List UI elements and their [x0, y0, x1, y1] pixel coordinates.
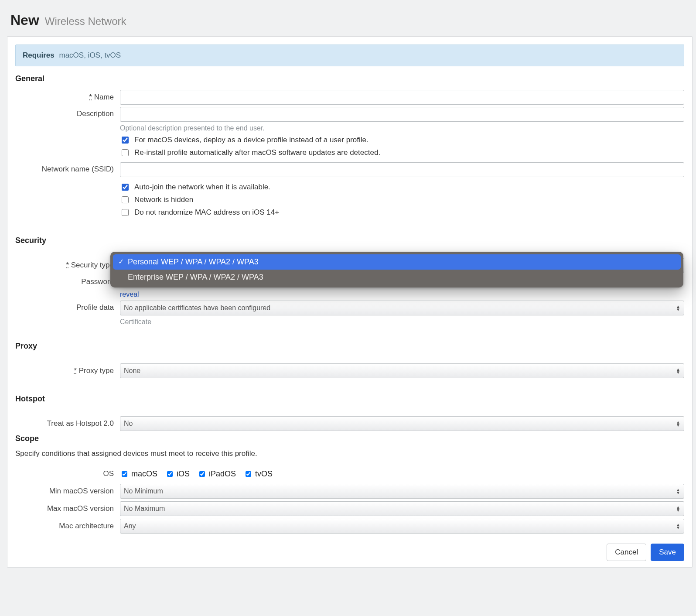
checkbox-hidden-label: Network is hidden	[134, 195, 193, 204]
page-title-strong: New	[10, 12, 39, 28]
description-hint: Optional description presented to the en…	[120, 124, 684, 132]
os-ipados-label: iPadOS	[209, 469, 236, 479]
checkbox-os-tvos[interactable]	[246, 471, 251, 477]
arch-value: Any	[124, 522, 136, 530]
profile-data-label: Profile data	[15, 301, 120, 312]
section-heading-security: Security	[15, 236, 684, 245]
checkbox-os-ipados[interactable]	[199, 471, 205, 477]
profile-data-value: No applicable certificates have been con…	[124, 304, 270, 312]
save-button[interactable]: Save	[651, 544, 684, 561]
min-macos-label: Min macOS version	[15, 487, 120, 496]
section-heading-hotspot: Hotspot	[15, 394, 684, 404]
min-macos-select[interactable]: No Minimum ▲▼	[120, 484, 684, 499]
security-type-option-personal[interactable]: Personal WEP / WPA / WPA2 / WPA3	[113, 254, 681, 270]
description-input[interactable]	[120, 107, 684, 122]
proxy-type-label: * Proxy type	[15, 366, 120, 375]
page-title-sub: Wireless Network	[45, 15, 126, 27]
checkbox-os-macos[interactable]	[122, 471, 127, 477]
caret-updown-icon: ▲▼	[676, 368, 680, 374]
hotspot-value: No	[124, 420, 133, 428]
os-label: OS	[15, 469, 120, 478]
hotspot-label: Treat as Hotspot 2.0	[15, 419, 120, 428]
requires-os: macOS, iOS, tvOS	[59, 51, 121, 59]
main-panel: Requires macOS, iOS, tvOS General * Name…	[7, 36, 693, 568]
checkbox-autojoin[interactable]	[122, 184, 129, 191]
section-heading-scope: Scope	[15, 434, 684, 443]
os-tvos-label: tvOS	[255, 469, 273, 479]
checkbox-autojoin-label: Auto-join the network when it is availab…	[134, 183, 270, 192]
profile-data-hint: Certificate	[120, 318, 684, 326]
password-label: Password	[15, 275, 120, 286]
min-macos-value: No Minimum	[124, 487, 163, 495]
section-heading-general: General	[15, 74, 684, 83]
ssid-label: Network name (SSID)	[15, 162, 120, 174]
reveal-link[interactable]: reveal	[120, 291, 139, 298]
os-ios-label: iOS	[177, 469, 190, 479]
checkbox-norandom-mac[interactable]	[122, 209, 129, 216]
description-label: Description	[15, 107, 120, 118]
os-macos-label: macOS	[131, 469, 157, 479]
security-type-dropdown[interactable]: Personal WEP / WPA / WPA2 / WPA3 Enterpr…	[110, 252, 683, 287]
arch-label: Mac architecture	[15, 522, 120, 530]
cancel-button[interactable]: Cancel	[607, 544, 646, 561]
hotspot-select[interactable]: No ▲▼	[120, 416, 684, 431]
caret-updown-icon: ▲▼	[676, 305, 680, 311]
scope-description: Specify conditions that assigned devices…	[15, 449, 684, 458]
proxy-type-select[interactable]: None ▲▼	[120, 363, 684, 378]
caret-updown-icon: ▲▼	[676, 421, 680, 427]
caret-updown-icon: ▲▼	[676, 488, 680, 494]
security-type-option-enterprise[interactable]: Enterprise WEP / WPA / WPA2 / WPA3	[113, 270, 681, 285]
checkbox-device-profile[interactable]	[122, 137, 129, 144]
max-macos-value: No Maximum	[124, 505, 165, 513]
checkbox-reinstall-label: Re-install profile automatically after m…	[134, 148, 380, 157]
checkbox-hidden[interactable]	[122, 196, 129, 203]
max-macos-select[interactable]: No Maximum ▲▼	[120, 501, 684, 516]
checkbox-reinstall[interactable]	[122, 149, 129, 156]
checkbox-device-profile-label: For macOS devices, deploy as a device pr…	[134, 136, 368, 144]
checkbox-norandom-mac-label: Do not randomize MAC address on iOS 14+	[134, 208, 279, 217]
profile-data-select[interactable]: No applicable certificates have been con…	[120, 301, 684, 315]
section-heading-proxy: Proxy	[15, 342, 684, 351]
checkbox-os-ios[interactable]	[167, 471, 173, 477]
proxy-type-value: None	[124, 367, 140, 375]
arch-select[interactable]: Any ▲▼	[120, 519, 684, 534]
page-title-row: New Wireless Network	[4, 9, 695, 36]
name-input[interactable]	[120, 90, 684, 105]
name-label: * Name	[15, 93, 120, 102]
caret-updown-icon: ▲▼	[676, 523, 680, 529]
requires-label: Requires	[23, 51, 55, 59]
caret-updown-icon: ▲▼	[676, 506, 680, 512]
ssid-input[interactable]	[120, 162, 684, 177]
requires-bar: Requires macOS, iOS, tvOS	[15, 44, 684, 66]
security-type-label: * Security type	[15, 261, 120, 270]
max-macos-label: Max macOS version	[15, 504, 120, 513]
